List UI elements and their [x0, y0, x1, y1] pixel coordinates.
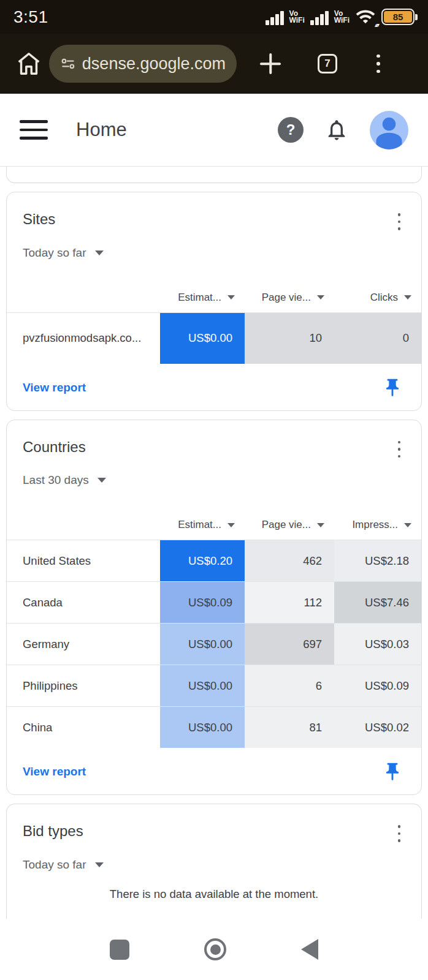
browser-home-button[interactable]: [12, 50, 45, 78]
vowifi-indicator: Vo WiFi: [289, 10, 305, 24]
vowifi-indicator: Vo WiFi: [334, 10, 350, 24]
table-row: GermanyUS$0.00697US$0.03: [7, 623, 421, 665]
new-tab-button[interactable]: [258, 51, 283, 77]
chevron-down-icon: [227, 523, 235, 527]
cell-value: US$0.02: [334, 707, 421, 748]
card-title: Sites: [23, 211, 55, 228]
back-button[interactable]: [301, 939, 318, 960]
column-header[interactable]: Clicks: [334, 292, 421, 304]
chevron-down-icon: [317, 523, 324, 527]
cell-value: US$0.00: [160, 313, 245, 364]
cellular-signal-icon: [266, 9, 284, 25]
cell-value: 112: [245, 582, 334, 623]
row-label: Canada: [7, 582, 160, 623]
recents-button[interactable]: [110, 940, 129, 960]
page-title: Home: [76, 119, 127, 141]
avatar[interactable]: [370, 111, 408, 149]
table-body: pvzfusionmodsapk.co...US$0.00100: [7, 312, 421, 364]
cell-value: 0: [334, 313, 421, 364]
bid-types-card: Bid types Today so far There is no data …: [6, 804, 422, 926]
column-header-label: Page vie...: [262, 519, 311, 531]
table-row: pvzfusionmodsapk.co...US$0.00100: [7, 312, 421, 364]
card-title: Bid types: [23, 823, 83, 840]
cell-value: 697: [245, 624, 334, 665]
column-header[interactable]: Impress...: [334, 519, 421, 531]
table-row: CanadaUS$0.09112US$7.46: [7, 581, 421, 623]
tab-switcher-button[interactable]: 7: [318, 54, 337, 74]
url-text: dsense.google.com: [82, 55, 226, 74]
column-header[interactable]: Page vie...: [245, 292, 334, 304]
pin-icon[interactable]: [382, 761, 403, 782]
date-range-dropdown[interactable]: Last 30 days: [7, 460, 421, 487]
app-header: Home ?: [0, 94, 428, 167]
cell-value: US$0.20: [160, 540, 245, 581]
cell-value: US$0.09: [160, 582, 245, 623]
chevron-down-icon: [95, 862, 104, 867]
url-bar[interactable]: dsense.google.com: [49, 45, 237, 83]
table-header-row: Estimat...Page vie...Impress...: [7, 510, 421, 540]
column-header[interactable]: Estimat...: [160, 292, 245, 304]
cell-value: 462: [245, 540, 334, 581]
table-body: United StatesUS$0.20462US$2.18CanadaUS$0…: [7, 540, 421, 748]
cell-value: US$2.18: [334, 540, 421, 581]
date-range-dropdown[interactable]: Today so far: [7, 233, 421, 260]
column-header-label: Page vie...: [262, 292, 311, 304]
row-label: United States: [7, 540, 160, 581]
cellular-signal-icon: [310, 9, 329, 25]
view-report-link[interactable]: View report: [23, 765, 86, 778]
card-menu-icon[interactable]: [393, 211, 406, 233]
chevron-down-icon: [97, 478, 106, 483]
cell-value: US$0.00: [160, 707, 245, 748]
chevron-down-icon: [317, 295, 324, 300]
browser-toolbar: dsense.google.com 7: [0, 34, 428, 94]
pin-icon[interactable]: [382, 377, 403, 398]
column-header-label: Estimat...: [178, 292, 221, 304]
battery-icon: 85: [381, 9, 415, 25]
sites-card: Sites Today so far Estimat...Page vie...…: [6, 192, 422, 411]
android-nav-bar: [0, 919, 428, 980]
row-label: Philippines: [7, 665, 160, 706]
row-label: pvzfusionmodsapk.co...: [7, 313, 160, 364]
table-row: ChinaUS$0.0081US$0.02: [7, 706, 421, 748]
battery-percent: 85: [393, 12, 403, 22]
cell-value: US$0.00: [160, 665, 245, 706]
row-label: China: [7, 707, 160, 748]
status-bar: 3:51 Vo WiFi Vo WiFi ▴▾ 85: [0, 0, 428, 34]
wifi-icon: ▴▾: [355, 8, 376, 26]
row-label: Germany: [7, 624, 160, 665]
column-header[interactable]: Estimat...: [160, 519, 245, 531]
tab-count: 7: [324, 58, 330, 70]
table-row: United StatesUS$0.20462US$2.18: [7, 540, 421, 581]
column-header-label: Clicks: [370, 292, 398, 304]
browser-menu-button[interactable]: [373, 51, 384, 77]
clock: 3:51: [13, 7, 48, 27]
scrolled-card-bottom: [6, 167, 422, 183]
date-range-dropdown[interactable]: Today so far: [7, 845, 421, 872]
countries-card: Countries Last 30 days Estimat...Page vi…: [6, 420, 422, 796]
cell-value: 6: [245, 665, 334, 706]
table-header-row: Estimat...Page vie...Clicks: [7, 283, 421, 312]
person-icon: [370, 111, 408, 149]
cell-value: US$0.00: [160, 624, 245, 665]
cell-value: US$0.09: [334, 665, 421, 706]
column-header-label: Impress...: [352, 519, 398, 531]
site-controls-icon: [60, 55, 76, 73]
table-row: PhilippinesUS$0.006US$0.09: [7, 665, 421, 706]
column-header[interactable]: Page vie...: [245, 519, 334, 531]
column-header-label: Estimat...: [178, 519, 221, 531]
help-icon[interactable]: ?: [278, 117, 304, 143]
menu-icon[interactable]: [20, 120, 48, 140]
android-home-button[interactable]: [204, 938, 226, 960]
chevron-down-icon: [95, 251, 104, 255]
card-menu-icon[interactable]: [393, 439, 406, 461]
wifi-data-arrows-icon: ▴▾: [375, 21, 378, 28]
cell-value: 81: [245, 707, 334, 748]
cell-value: US$0.03: [334, 624, 421, 665]
chevron-down-icon: [404, 295, 411, 300]
chevron-down-icon: [404, 523, 411, 527]
view-report-link[interactable]: View report: [23, 381, 86, 394]
notifications-bell-icon[interactable]: [324, 118, 349, 142]
cell-value: US$7.46: [334, 582, 421, 623]
chevron-down-icon: [227, 295, 235, 300]
card-menu-icon[interactable]: [393, 823, 406, 845]
